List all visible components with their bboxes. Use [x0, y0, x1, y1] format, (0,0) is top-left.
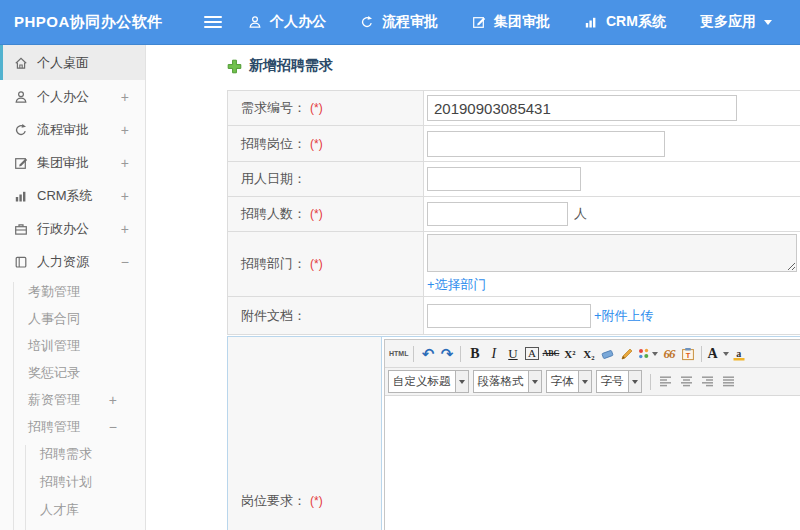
expand-toggle[interactable]: −: [121, 255, 129, 269]
title-style-select[interactable]: 自定义标题: [388, 370, 469, 393]
sidebar-item[interactable]: 个人办公+: [0, 80, 145, 113]
expand-toggle[interactable]: +: [121, 90, 129, 104]
sidebar-item[interactable]: 行政办公+: [0, 212, 145, 245]
nav-item[interactable]: 更多应用: [700, 13, 772, 31]
form-row: 招聘部门： (*) +选择部门: [228, 232, 800, 297]
align-justify-button[interactable]: [721, 374, 736, 389]
sidebar-item[interactable]: 考勤管理: [0, 278, 145, 305]
sidebar-item[interactable]: 招聘管理−: [0, 413, 145, 440]
upload-attachment-link[interactable]: +附件上传: [594, 307, 654, 325]
chevron-down-icon[interactable]: [628, 371, 641, 392]
sidebar-item-label: CRM系统: [37, 187, 93, 205]
background-color-button[interactable]: a: [731, 343, 748, 364]
chevron-down-icon: [764, 20, 772, 25]
align-right-button[interactable]: [700, 374, 715, 389]
format-brush-button[interactable]: [618, 343, 635, 364]
sidebar-item[interactable]: 薪资管理+: [0, 386, 145, 413]
hire-date-input[interactable]: [427, 167, 581, 191]
toolbar-separator: [650, 374, 651, 390]
sidebar-item-label: 个人桌面: [37, 54, 89, 72]
undo-button[interactable]: ↶: [419, 343, 436, 364]
job-position-input[interactable]: [427, 131, 665, 157]
expand-toggle[interactable]: +: [109, 393, 117, 407]
form-row: 招聘岗位： (*): [228, 126, 800, 162]
source-code-button[interactable]: HTML: [389, 343, 408, 364]
underline-button[interactable]: U: [504, 343, 521, 364]
toolbar-separator: [413, 346, 414, 362]
field-label: 岗位要求： (*): [228, 337, 382, 530]
blockquote-button[interactable]: 66: [660, 343, 677, 364]
home-icon: [14, 56, 28, 70]
font-color-button[interactable]: A: [707, 343, 728, 364]
demand-number-input[interactable]: [427, 95, 737, 121]
redo-button[interactable]: ↷: [438, 343, 455, 364]
sidebar-item-label: 行政办公: [37, 220, 89, 238]
sidebar-item[interactable]: 奖惩记录: [0, 359, 145, 386]
attachment-input[interactable]: [427, 304, 591, 328]
expand-toggle[interactable]: +: [121, 123, 129, 137]
sidebar-item[interactable]: 流程审批+: [0, 113, 145, 146]
sidebar-item-label: 人才库: [40, 501, 79, 519]
recruitment-request-form: 需求编号： (*) 招聘岗位： (*): [227, 90, 800, 530]
sidebar-item[interactable]: 个人桌面: [0, 45, 145, 80]
color-palette-button[interactable]: [637, 343, 658, 364]
nav-item[interactable]: CRM系统: [584, 13, 666, 31]
editor-content-area[interactable]: [385, 396, 800, 530]
department-textarea[interactable]: [427, 234, 797, 272]
subscript-button[interactable]: X₂: [580, 343, 597, 364]
font-family-select[interactable]: 字体: [546, 370, 592, 393]
sidebar-item[interactable]: 人力资源−: [0, 245, 145, 278]
align-center-button[interactable]: [679, 374, 694, 389]
sidebar-item-label: 集团审批: [37, 154, 89, 172]
expand-toggle[interactable]: +: [121, 156, 129, 170]
nav-item[interactable]: 集团审批: [472, 13, 550, 31]
paste-text-button[interactable]: T: [679, 343, 696, 364]
headcount-input[interactable]: [427, 202, 568, 226]
expand-toggle[interactable]: −: [109, 420, 117, 434]
sidebar-item[interactable]: 招聘需求: [0, 440, 145, 468]
form-row: 用人日期：: [228, 162, 800, 197]
sidebar: 个人桌面个人办公+流程审批+集团审批+CRM系统+行政办公+人力资源−考勤管理人…: [0, 45, 146, 530]
dropdown-label: 字体: [547, 374, 578, 389]
sidebar-item[interactable]: 培训管理: [0, 332, 145, 359]
chevron-down-icon[interactable]: [455, 371, 468, 392]
required-mark: (*): [310, 101, 323, 115]
nav-item[interactable]: 流程审批: [360, 13, 438, 31]
rich-text-editor: HTML↶↷BIUAABCX²X₂66TAa 自定义标题段落格式字体字号: [384, 339, 800, 530]
chevron-down-icon[interactable]: [528, 371, 541, 392]
font-border-button[interactable]: A: [523, 343, 540, 364]
nav-item[interactable]: 个人办公: [248, 13, 326, 31]
dropdown-label: 自定义标题: [389, 374, 455, 389]
bold-button[interactable]: B: [466, 343, 483, 364]
add-icon: [227, 59, 242, 74]
paragraph-format-select[interactable]: 段落格式: [473, 370, 542, 393]
svg-text:T: T: [686, 351, 691, 360]
sidebar-item[interactable]: 集团审批+: [0, 146, 145, 179]
hamburger-icon[interactable]: [204, 16, 222, 28]
align-left-button[interactable]: [658, 374, 673, 389]
italic-button[interactable]: I: [485, 343, 502, 364]
page-title-bar: 新增招聘需求: [227, 57, 333, 75]
edit-icon: [472, 15, 486, 29]
sidebar-item-label: 招聘需求: [40, 445, 92, 463]
font-size-select[interactable]: 字号: [596, 370, 642, 393]
sidebar-item-label: 薪资管理: [28, 391, 80, 409]
sidebar-item[interactable]: 招聘计划: [0, 468, 145, 496]
nav-item-label: 流程审批: [382, 13, 438, 31]
chart-icon: [584, 15, 598, 29]
select-department-link[interactable]: +选择部门: [427, 276, 487, 294]
briefcase-icon: [14, 222, 28, 236]
sidebar-item-label: 流程审批: [37, 121, 89, 139]
strikethrough-button[interactable]: ABC: [542, 343, 559, 364]
superscript-button[interactable]: X²: [561, 343, 578, 364]
expand-toggle[interactable]: +: [121, 189, 129, 203]
sidebar-item-label: 个人办公: [37, 88, 89, 106]
book-icon: [14, 255, 28, 269]
sidebar-item[interactable]: CRM系统+: [0, 179, 145, 212]
expand-toggle[interactable]: +: [121, 222, 129, 236]
chevron-down-icon[interactable]: [578, 371, 591, 392]
sidebar-item[interactable]: 人事合同: [0, 305, 145, 332]
eraser-button[interactable]: [599, 343, 616, 364]
sidebar-item[interactable]: 人才库: [0, 496, 145, 524]
sidebar-item-label: 人力资源: [37, 253, 89, 271]
